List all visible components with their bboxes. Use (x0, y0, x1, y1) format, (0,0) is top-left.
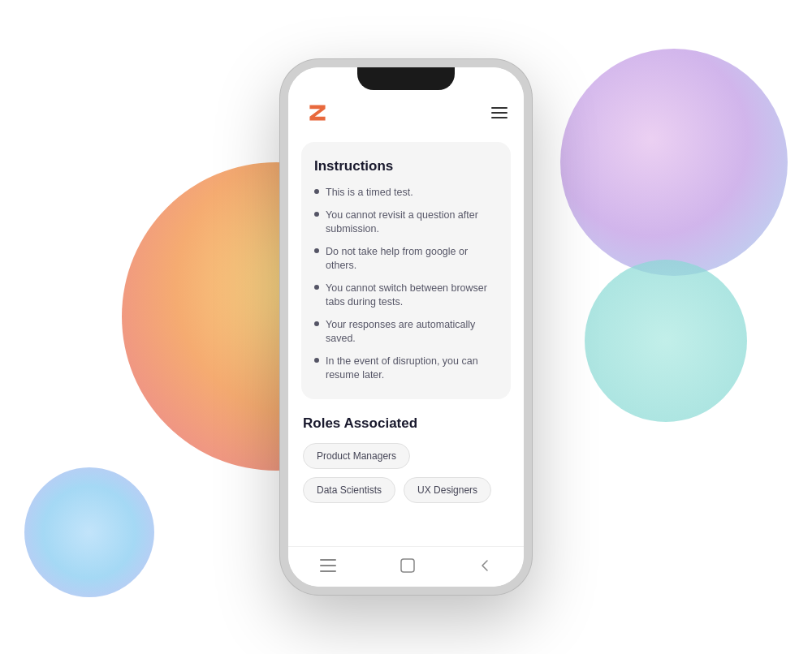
bullet-point (314, 321, 319, 326)
phone-notch (357, 67, 455, 90)
hamburger-menu-icon[interactable] (491, 107, 508, 118)
bg-circle-blue-small (24, 467, 154, 597)
bullet-point (314, 189, 319, 194)
bg-circle-purple (560, 49, 788, 276)
phone-content[interactable]: Instructions This is a timed test.You ca… (288, 134, 524, 546)
bg-circle-teal (585, 260, 747, 422)
nav-menu-icon[interactable] (320, 559, 336, 572)
bullet-point (314, 212, 319, 217)
nav-home-icon[interactable] (400, 558, 415, 573)
role-tag[interactable]: Product Managers (303, 443, 410, 469)
role-tag[interactable]: Data Scientists (303, 477, 395, 503)
hamburger-line-3 (491, 117, 508, 118)
phone-screen: Instructions This is a timed test.You ca… (288, 67, 524, 587)
instruction-item: Do not take help from google or others. (314, 245, 498, 273)
svg-rect-1 (320, 565, 336, 566)
roles-tags: Product ManagersData ScientistsUX Design… (303, 443, 509, 503)
bullet-point (314, 358, 319, 363)
phone-frame: Instructions This is a timed test.You ca… (280, 59, 532, 595)
phone-mockup: Instructions This is a timed test.You ca… (280, 59, 532, 595)
phone-bottom-nav (288, 546, 524, 587)
svg-rect-0 (320, 559, 336, 561)
roles-section: Roles Associated Product ManagersData Sc… (301, 415, 511, 503)
instruction-item: In the event of disruption, you can resu… (314, 355, 498, 383)
instruction-item: You cannot revisit a question after subm… (314, 209, 498, 237)
bullet-point (314, 248, 319, 253)
hamburger-line-2 (491, 112, 508, 114)
bullet-point (314, 285, 319, 290)
instructions-title: Instructions (314, 158, 498, 174)
instruction-item: Your responses are automatically saved. (314, 318, 498, 346)
role-tag[interactable]: UX Designers (404, 477, 491, 503)
instructions-card: Instructions This is a timed test.You ca… (301, 142, 511, 399)
hamburger-line-1 (491, 107, 508, 109)
svg-rect-2 (320, 570, 336, 572)
svg-rect-3 (401, 559, 414, 572)
roles-title: Roles Associated (303, 415, 509, 432)
nav-back-icon[interactable] (479, 559, 492, 572)
app-logo (304, 100, 330, 126)
instruction-item: You cannot switch between browser tabs d… (314, 282, 498, 310)
instruction-item: This is a timed test. (314, 186, 498, 200)
instruction-list: This is a timed test.You cannot revisit … (314, 186, 498, 383)
